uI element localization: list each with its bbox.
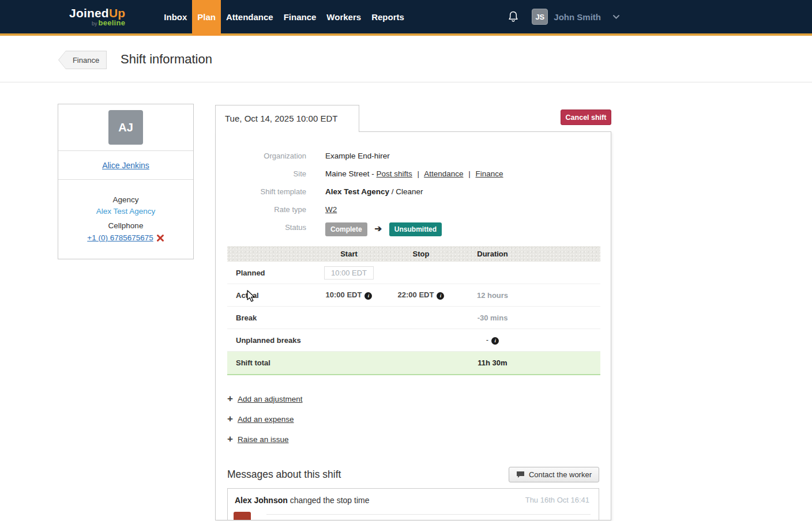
break-label: Break [227, 314, 313, 322]
unplanned-breaks-info-icon[interactable]: i [491, 337, 499, 345]
cancel-shift-button[interactable]: Cancel shift [561, 110, 611, 125]
status-badge-unsubmitted: Unsubmitted [389, 222, 442, 236]
site-link-separator: | [418, 169, 420, 178]
page-title: Shift information [121, 52, 212, 67]
main-nav-menu: Inbox Plan Attendance Finance Workers Re… [159, 0, 409, 33]
shift-info-panel: Organization Example End-hirer Site Main… [215, 131, 611, 520]
field-rate-type: Rate type W2 [227, 205, 599, 215]
site-link-separator: | [468, 169, 471, 178]
shift-tab[interactable]: Tue, Oct 14, 2025 10:00 EDT [215, 105, 359, 132]
message-card: Alex Johnson changed the stop time Thu 1… [227, 488, 599, 520]
unplanned-breaks-label: Unplanned breaks [227, 336, 313, 345]
status-value: Complete ➔ Unsubmitted [325, 222, 442, 236]
action-raise-issue: + Raise an issue [227, 434, 599, 444]
message-avatar [234, 512, 251, 520]
table-row-actual: Actual 10:00 EDTi 22:00 EDTi 12 hours [227, 284, 600, 307]
actual-label: Actual [227, 291, 313, 300]
column-start: Start [313, 250, 385, 258]
rate-type-label: Rate type [227, 205, 325, 215]
logo-byline: bybeeline [69, 19, 125, 27]
actual-stop-time: 22:00 EDT [398, 290, 434, 299]
unplanned-breaks-duration: - [486, 335, 488, 344]
messages-heading: Messages about this shift [227, 469, 341, 481]
shift-template-value: Alex Test Agency / Cleaner [325, 187, 423, 197]
worker-name-link[interactable]: Alice Jenkins [102, 161, 149, 170]
worker-avatar: AJ [108, 110, 143, 145]
top-nav-bar: JoinedUp bybeeline Inbox Plan Attendance… [0, 0, 812, 36]
nav-item-reports[interactable]: Reports [366, 0, 409, 33]
action-add-adjustment: + Add an adjustment [227, 394, 599, 404]
breadcrumb-label: Finance [59, 51, 106, 69]
joinedup-logo[interactable]: JoinedUp bybeeline [69, 0, 125, 33]
nav-item-workers[interactable]: Workers [321, 0, 366, 33]
breadcrumb-back-finance[interactable]: Finance [58, 51, 107, 69]
organization-value: Example End-hirer [325, 151, 390, 161]
table-row-unplanned-breaks: Unplanned breaks -i [227, 329, 600, 352]
chevron-down-icon[interactable] [612, 14, 620, 20]
page-header: Finance Shift information [0, 36, 812, 82]
shift-template-agency: Alex Test Agency [325, 187, 389, 196]
rate-type-link[interactable]: W2 [325, 205, 337, 214]
site-name: Maine Street - [325, 169, 374, 178]
plus-icon: + [227, 414, 233, 424]
actual-start-info-icon[interactable]: i [364, 292, 372, 300]
rate-type-value: W2 [325, 205, 337, 215]
status-badge-complete: Complete [325, 222, 367, 236]
messages-header: Messages about this shift Contact the wo… [227, 467, 599, 482]
user-avatar[interactable]: JS [532, 9, 548, 25]
planned-start-time[interactable]: 10:00 EDT [324, 266, 374, 280]
logo-wordmark: JoinedUp [69, 7, 125, 20]
remove-phone-x-icon[interactable] [156, 234, 164, 242]
message-timestamp: Thu 16th Oct 16:41 [525, 496, 589, 505]
logo-part-joined: Joined [69, 6, 109, 20]
actual-start-time: 10:00 EDT [326, 290, 362, 299]
nav-item-plan[interactable]: Plan [192, 0, 221, 36]
message-author: Alex Johnson [235, 496, 288, 505]
speech-bubble-icon [516, 471, 525, 478]
table-row-break: Break -30 mins [227, 307, 600, 329]
logo-by: by [92, 21, 97, 27]
shift-template-role: / Cleaner [389, 187, 423, 196]
message-body-partial [228, 512, 599, 520]
site-link-finance[interactable]: Finance [476, 169, 503, 178]
shift-times-table: Start Stop Duration Planned 10:00 EDT Ac… [227, 246, 600, 375]
shift-total-duration: 11h 30m [478, 358, 507, 367]
raise-issue-link[interactable]: Raise an issue [238, 435, 289, 444]
status-arrow-icon: ➔ [374, 224, 382, 233]
plus-icon: + [227, 394, 233, 403]
column-duration: Duration [457, 250, 528, 258]
cellphone-row: +1 (0) 6785675675 [58, 232, 193, 244]
organization-label: Organization [227, 151, 325, 161]
shift-actions: + Add an adjustment + Add an expense + R… [227, 394, 599, 444]
cellphone-link[interactable]: +1 (0) 6785675675 [87, 232, 153, 244]
nav-item-finance[interactable]: Finance [279, 0, 322, 33]
nav-item-inbox[interactable]: Inbox [159, 0, 192, 33]
site-link-post-shifts[interactable]: Post shifts [377, 169, 412, 178]
notifications-bell-icon[interactable] [507, 10, 519, 24]
content-area: AJ Alice Jenkins Agency Alex Test Agency… [0, 82, 812, 520]
worker-name-section: Alice Jenkins [58, 151, 193, 180]
nav-item-attendance[interactable]: Attendance [221, 0, 279, 33]
site-value: Maine Street - Post shifts | Attendance … [325, 169, 503, 179]
worker-avatar-section: AJ [58, 104, 193, 151]
app-window: JoinedUp bybeeline Inbox Plan Attendance… [0, 0, 812, 521]
logo-part-up: Up [109, 6, 125, 20]
add-adjustment-link[interactable]: Add an adjustment [238, 395, 303, 403]
contact-worker-button[interactable]: Contact the worker [509, 467, 599, 482]
field-organization: Organization Example End-hirer [227, 151, 599, 161]
field-site: Site Maine Street - Post shifts | Attend… [227, 169, 599, 179]
agency-name-link[interactable]: Alex Test Agency [58, 206, 193, 217]
site-label: Site [227, 169, 325, 179]
site-link-attendance[interactable]: Attendance [424, 169, 463, 178]
add-expense-link[interactable]: Add an expense [238, 415, 294, 424]
actual-stop-info-icon[interactable]: i [437, 292, 444, 300]
message-summary: Alex Johnson changed the stop time [235, 496, 369, 505]
divider [266, 514, 591, 515]
field-status: Status Complete ➔ Unsubmitted [227, 222, 599, 236]
shift-total-label: Shift total [227, 358, 313, 367]
user-name[interactable]: John Smith [554, 12, 601, 22]
field-shift-template: Shift template Alex Test Agency / Cleane… [227, 187, 599, 197]
agency-label: Agency [58, 194, 193, 206]
actual-duration: 12 hours [477, 291, 508, 300]
status-label: Status [227, 222, 325, 236]
